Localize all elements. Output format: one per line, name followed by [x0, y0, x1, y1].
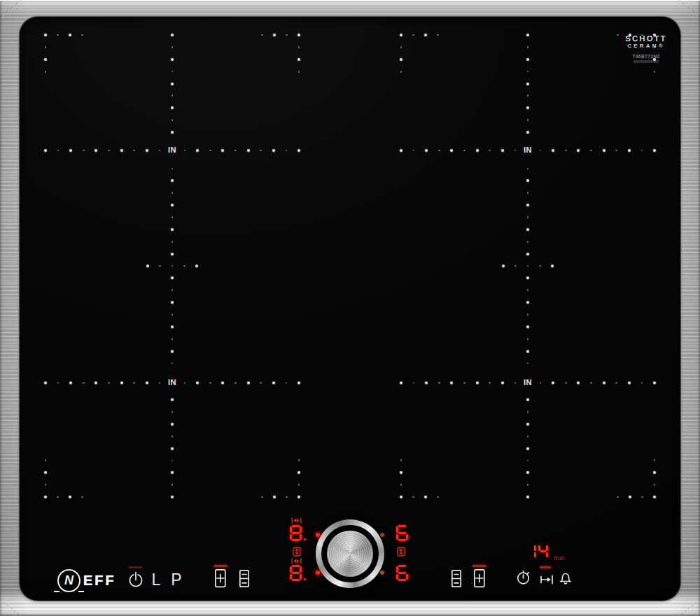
flex-zone-right-key[interactable] [451, 569, 462, 591]
connect-right-indicator-bar [472, 565, 486, 567]
timer-end-key[interactable] [538, 573, 555, 589]
zone-select-dot [380, 570, 384, 575]
level-display-back-right [396, 525, 408, 541]
split-zone-icon [451, 569, 462, 588]
frame-miter [0, 0, 21, 18]
zone-select-dot [380, 533, 384, 537]
timer-end-icon [538, 573, 555, 587]
timer-display [526, 544, 548, 559]
connect-zone-left-key[interactable] [214, 568, 227, 591]
connect-zone-right-key[interactable] [473, 568, 486, 591]
power-standby-icon [126, 570, 146, 589]
plus-zone-icon [214, 568, 227, 588]
control-panel: N EFF L P [20, 17, 680, 601]
power-indicator-bar [128, 566, 142, 568]
frame-miter [0, 599, 21, 616]
stopwatch-icon [515, 569, 532, 586]
plus-zone-icon [473, 568, 486, 588]
induction-hob: SCHOTT CERAN® T46BT73N2 ININININ N EFF [0, 0, 700, 616]
bell-key[interactable] [556, 569, 575, 590]
power-boost-key[interactable]: P [168, 569, 185, 590]
ceramic-glass: SCHOTT CERAN® T46BT73N2 ININININ N EFF [20, 17, 680, 601]
level-display-back-left [290, 525, 306, 541]
level-display-front-right [396, 565, 408, 581]
neff-emblem: N [57, 569, 80, 592]
timer-end-indicator-bar [540, 566, 551, 568]
neff-logo: N EFF [57, 569, 116, 592]
bridge-zones-icon [291, 558, 302, 564]
zone-select-dot [316, 570, 320, 575]
bridge-zones-icon [291, 517, 302, 524]
split-zone-icon [239, 569, 250, 588]
frame-miter [679, 0, 700, 18]
zone-select-dot [316, 533, 320, 537]
child-lock-key[interactable]: L [148, 569, 164, 590]
bell-icon [556, 569, 575, 587]
twistpad-knob[interactable] [327, 531, 373, 577]
flex-zone-left-key[interactable] [239, 569, 250, 591]
move-pot-icon [397, 547, 405, 556]
move-pot-icon [293, 547, 301, 556]
power-key[interactable] [126, 570, 146, 589]
timer-unit-label: min [554, 554, 565, 561]
neff-emblem-letter: N [59, 570, 79, 591]
level-display-front-left [290, 565, 306, 581]
neff-wordmark: EFF [83, 573, 116, 589]
stopwatch-key[interactable] [515, 569, 532, 589]
frame-miter [679, 599, 700, 616]
connect-left-indicator-bar [214, 565, 227, 567]
